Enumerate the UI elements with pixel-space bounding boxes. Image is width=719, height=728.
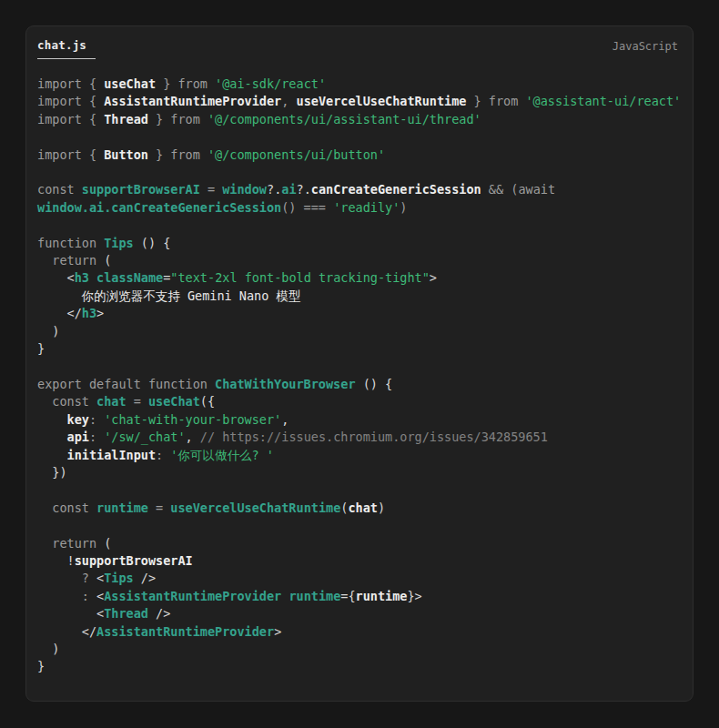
code-line: initialInput: '你可以做什么? ' [37,447,682,464]
code-line: function Tips () { [37,235,682,252]
code-line: return ( [37,252,682,269]
code-line [37,128,682,146]
code-block: import { useChat } from '@ai-sdk/react'i… [37,76,682,676]
code-line: <Thread /> [37,605,682,622]
code-card: chat.js JavaScript import { useChat } fr… [25,25,694,702]
code-line: </AssistantRuntimeProvider> [37,623,682,641]
code-line: : <AssistantRuntimeProvider runtime={run… [37,588,682,605]
code-line: } [37,658,682,675]
code-line: !supportBrowserAI [37,552,682,570]
code-line: 你的浏览器不支持 Gemini Nano 模型 [37,288,682,305]
language-badge: JavaScript [613,38,678,53]
code-line: import { AssistantRuntimeProvider, useVe… [37,93,682,110]
code-line: import { useChat } from '@ai-sdk/react' [37,76,682,93]
code-line: }) [37,464,682,481]
code-line: window.ai.canCreateGenericSession() === … [37,199,682,217]
file-tab[interactable]: chat.js [37,38,96,59]
code-line: return ( [37,535,682,552]
code-line: <h3 className="text-2xl font-bold tracki… [37,269,682,287]
code-line: const runtime = useVercelUseChatRuntime(… [37,500,682,517]
code-line: const supportBrowserAI = window?.ai?.can… [37,181,682,198]
code-line: </h3> [37,305,682,322]
code-line: key: 'chat-with-your-browser', [37,411,682,429]
code-line [37,359,682,376]
code-line: } [37,340,682,358]
code-line: import { Thread } from '@/components/ui/… [37,111,682,128]
code-line: api: '/sw/_chat', // https://issues.chro… [37,429,682,446]
code-line [37,164,682,181]
code-line [37,481,682,499]
code-card-header: chat.js JavaScript [26,26,693,61]
code-line: ? <Tips /> [37,570,682,587]
code-line [37,217,682,234]
code-line [37,517,682,534]
code-line: import { Button } from '@/components/ui/… [37,147,682,164]
code-line: ) [37,323,682,340]
code-card-body: import { useChat } from '@ai-sdk/react'i… [26,61,693,702]
code-line: ) [37,641,682,658]
code-line: const chat = useChat({ [37,393,682,410]
code-line: export default function ChatWithYourBrow… [37,376,682,393]
